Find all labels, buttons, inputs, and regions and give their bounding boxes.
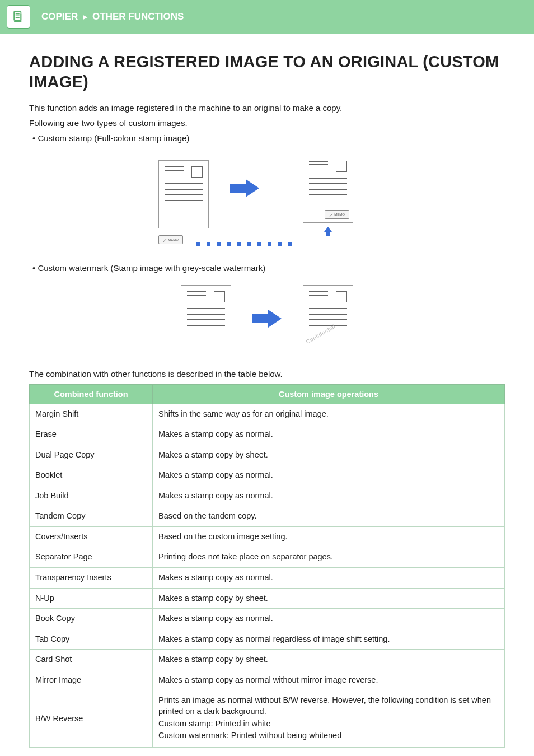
memo-stamp-icon: MEMO bbox=[158, 235, 183, 244]
operation-cell: Prints an image as normal without B/W re… bbox=[153, 690, 505, 747]
original-page-2-icon bbox=[181, 285, 231, 353]
copier-icon bbox=[7, 5, 30, 29]
combined-function-cell: Tab Copy bbox=[30, 629, 153, 650]
breadcrumb-copier[interactable]: COPIER bbox=[41, 11, 78, 22]
operation-cell: Makes a stamp copy as normal. bbox=[153, 568, 505, 589]
operation-cell: Printing does not take place on separato… bbox=[153, 547, 505, 568]
operation-cell: Makes a stamp copy as normal without mir… bbox=[153, 670, 505, 690]
combined-function-cell: Transparency Inserts bbox=[30, 568, 153, 589]
combined-function-cell: Separator Page bbox=[30, 547, 153, 568]
operation-cell: Based on the tandem copy. bbox=[153, 506, 505, 527]
combined-function-cell: Dual Page Copy bbox=[30, 445, 153, 465]
table-row: N-UpMakes a stamp copy by sheet. bbox=[30, 588, 505, 609]
combined-function-cell: Covers/Inserts bbox=[30, 526, 153, 547]
page-title: ADDING A REGISTERED IMAGE TO AN ORIGINAL… bbox=[29, 52, 505, 92]
table-header-combined: Combined function bbox=[30, 384, 153, 404]
arrow-up-icon bbox=[323, 226, 333, 239]
combined-function-table: Combined function Custom image operation… bbox=[29, 384, 505, 748]
table-row: Separator PagePrinting does not take pla… bbox=[30, 547, 505, 568]
header-bar: COPIER ► OTHER FUNCTIONS bbox=[0, 0, 534, 34]
operation-cell: Makes a stamp copy as normal. bbox=[153, 424, 505, 445]
combined-function-cell: Mirror Image bbox=[30, 670, 153, 690]
combined-function-cell: Card Shot bbox=[30, 650, 153, 670]
combined-function-cell: Tandem Copy bbox=[30, 506, 153, 527]
diagram-custom-stamp: MEMO MEMO bbox=[29, 155, 505, 246]
arrow-right-2-icon bbox=[251, 309, 283, 331]
table-intro-text: The combination with other functions is … bbox=[29, 369, 505, 379]
table-row: Covers/InsertsBased on the custom image … bbox=[30, 526, 505, 547]
bullet-custom-stamp: • Custom stamp (Full-colour stamp image) bbox=[29, 132, 505, 144]
table-header-operations: Custom image operations bbox=[153, 384, 505, 404]
memo-label-on-page: MEMO bbox=[334, 213, 345, 216]
breadcrumb: COPIER ► OTHER FUNCTIONS bbox=[41, 11, 184, 22]
combined-function-cell: Margin Shift bbox=[30, 404, 153, 424]
operation-cell: Makes a stamp copy as normal. bbox=[153, 465, 505, 486]
diagram-custom-watermark: Confidential bbox=[29, 285, 505, 353]
combined-function-cell: Book Copy bbox=[30, 609, 153, 629]
combined-function-cell: B/W Reverse bbox=[30, 690, 153, 747]
table-row: Dual Page CopyMakes a stamp copy by shee… bbox=[30, 445, 505, 465]
table-row: Book CopyMakes a stamp copy as normal. bbox=[30, 609, 505, 629]
operation-cell: Makes a stamp copy as normal. bbox=[153, 609, 505, 629]
table-row: Transparency InsertsMakes a stamp copy a… bbox=[30, 568, 505, 589]
result-page-stamp-icon: MEMO bbox=[303, 155, 353, 223]
memo-label: MEMO bbox=[168, 238, 179, 241]
intro-line-1: This function adds an image registered i… bbox=[29, 101, 505, 114]
table-row: Tandem CopyBased on the tandem copy. bbox=[30, 506, 505, 527]
operation-cell: Makes a stamp copy by sheet. bbox=[153, 588, 505, 609]
result-page-watermark-icon: Confidential bbox=[303, 285, 353, 353]
memo-stamp-on-page-icon: MEMO bbox=[325, 210, 349, 219]
combined-function-cell: Booklet bbox=[30, 465, 153, 486]
intro-line-2: Following are two types of custom images… bbox=[29, 116, 505, 129]
arrow-right-icon bbox=[229, 178, 260, 200]
table-row: BookletMakes a stamp copy as normal. bbox=[30, 465, 505, 486]
combined-function-cell: N-Up bbox=[30, 588, 153, 609]
table-row: Mirror ImageMakes a stamp copy as normal… bbox=[30, 670, 505, 690]
table-row: B/W ReversePrints an image as normal wit… bbox=[30, 690, 505, 747]
breadcrumb-separator-icon: ► bbox=[81, 12, 89, 21]
operation-cell: Makes a stamp copy by sheet. bbox=[153, 650, 505, 670]
combined-function-cell: Erase bbox=[30, 424, 153, 445]
table-row: Card ShotMakes a stamp copy by sheet. bbox=[30, 650, 505, 670]
operation-cell: Makes a stamp copy as normal. bbox=[153, 486, 505, 506]
combined-function-cell: Job Build bbox=[30, 486, 153, 506]
table-row: EraseMakes a stamp copy as normal. bbox=[30, 424, 505, 445]
table-row: Margin ShiftShifts in the same way as fo… bbox=[30, 404, 505, 424]
breadcrumb-other-functions[interactable]: OTHER FUNCTIONS bbox=[92, 11, 184, 22]
operation-cell: Shifts in the same way as for an origina… bbox=[153, 404, 505, 424]
page-content: ADDING A REGISTERED IMAGE TO AN ORIGINAL… bbox=[0, 34, 534, 756]
operation-cell: Based on the custom image setting. bbox=[153, 526, 505, 547]
table-row: Tab CopyMakes a stamp copy as normal reg… bbox=[30, 629, 505, 650]
dotted-path-icon bbox=[196, 242, 292, 246]
original-page-icon bbox=[158, 160, 209, 228]
table-row: Job BuildMakes a stamp copy as normal. bbox=[30, 486, 505, 506]
operation-cell: Makes a stamp copy as normal regardless … bbox=[153, 629, 505, 650]
bullet-custom-watermark: • Custom watermark (Stamp image with gre… bbox=[29, 262, 505, 274]
operation-cell: Makes a stamp copy by sheet. bbox=[153, 445, 505, 465]
